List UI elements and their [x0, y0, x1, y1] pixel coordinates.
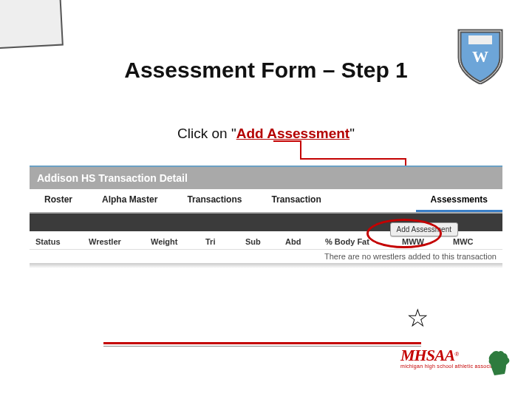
- col-wrestler: Wrestler: [89, 237, 133, 246]
- instruction-text: Click on "Add Assessment": [0, 126, 532, 142]
- michigan-icon: [486, 349, 511, 378]
- tab-transactions[interactable]: Transactions: [172, 189, 256, 212]
- tab-bar: Roster Alpha Master Transactions Transac…: [30, 189, 502, 214]
- emphasis-link-text: Add Assessment: [236, 126, 349, 141]
- col-sub: Sub: [245, 237, 267, 246]
- tab-assessments[interactable]: Assessments: [416, 189, 502, 212]
- tab-alpha-master[interactable]: Alpha Master: [87, 189, 172, 212]
- callout-line: [300, 158, 405, 160]
- tab-roster[interactable]: Roster: [30, 189, 87, 212]
- shadow-divider: [30, 264, 502, 268]
- star-icon: ☆: [406, 303, 429, 332]
- panel-header: Addison HS Transaction Detail: [30, 167, 502, 189]
- corner-decor: [0, 0, 64, 49]
- footer-rule: [103, 342, 421, 344]
- col-status: Status: [35, 237, 71, 246]
- mhsaa-logo: MHSAA® michigan high school athletic ass…: [400, 346, 511, 381]
- col-abd: Abd: [285, 237, 307, 246]
- callout-line: [273, 140, 300, 142]
- mhsaa-brand: MHSAA: [400, 346, 454, 364]
- screenshot-panel: Addison HS Transaction Detail Roster Alp…: [30, 166, 502, 268]
- callout-line: [300, 140, 301, 158]
- page-title: Assessment Form – Step 1: [0, 58, 532, 83]
- tab-transaction[interactable]: Transaction: [256, 189, 335, 212]
- empty-state-row: There are no wrestlers added to this tra…: [30, 249, 502, 264]
- callout-circle: [366, 219, 442, 248]
- footer-rule-shadow: [103, 346, 421, 347]
- col-weight: Weight: [151, 237, 188, 246]
- col-tri: Tri: [205, 237, 228, 246]
- col-mwc: MWC: [453, 237, 486, 246]
